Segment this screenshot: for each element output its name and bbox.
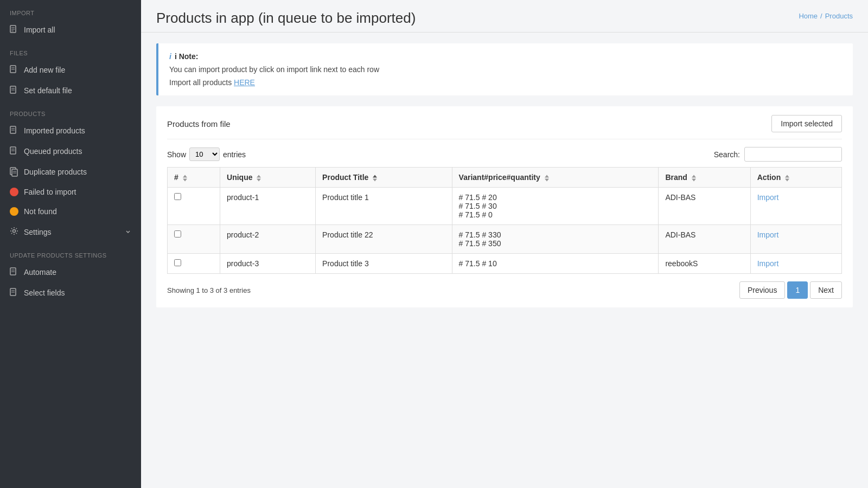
automate-label: Automate [24, 268, 131, 277]
import-section-label: Import [0, 0, 141, 20]
import-link[interactable]: Import [757, 193, 779, 202]
page-header: Products in app (in queue to be imported… [141, 0, 868, 33]
imported-products-icon [10, 126, 18, 136]
search-input[interactable] [744, 147, 842, 162]
table-footer: Showing 1 to 3 of 3 entries Previous 1 N… [167, 281, 842, 299]
sidebar-item-queued-products[interactable]: Queued products [0, 141, 141, 162]
svg-marker-33 [545, 175, 549, 177]
row-checkbox-cell [168, 225, 220, 254]
col-title-sort[interactable] [373, 175, 377, 182]
row-variant: # 71.5 # 330# 71.5 # 350 [452, 225, 659, 254]
settings-label: Settings [24, 228, 120, 236]
search-box: Search: [714, 147, 842, 162]
note-text: You can import product by click on impor… [169, 65, 842, 74]
row-unique: product-1 [220, 188, 316, 225]
sidebar-item-failed-to-import[interactable]: Failed to import [0, 182, 141, 202]
variant-line: # 71.5 # 30 [459, 202, 652, 210]
not-found-label: Not found [24, 207, 131, 216]
note-title: i i Note: [169, 52, 842, 61]
main-content-area: i i Note: You can import product by clic… [141, 33, 868, 488]
update-section-label: Update products settings [0, 242, 141, 262]
variant-line: # 71.5 # 0 [459, 210, 652, 219]
settings-chevron-icon [126, 228, 131, 236]
svg-marker-27 [183, 175, 187, 177]
entries-select[interactable]: 10 25 50 100 [189, 147, 220, 161]
main-content: Products in app (in queue to be imported… [141, 0, 868, 488]
previous-button[interactable]: Previous [739, 281, 785, 299]
svg-marker-38 [785, 178, 789, 181]
col-variant: Variant#price#quantity [452, 168, 659, 188]
variant-line: # 71.5 # 20 [459, 193, 652, 202]
import-link[interactable]: Import [757, 259, 779, 268]
sidebar-item-set-default-file[interactable]: Set default file [0, 80, 141, 101]
row-product-title: Product title 3 [316, 254, 452, 274]
search-label: Search: [714, 150, 740, 159]
sidebar-item-add-new-file[interactable]: Add new file [0, 60, 141, 80]
products-table: # Unique [167, 167, 842, 274]
row-brand: ADI-BAS [659, 225, 750, 254]
failed-circle-icon [10, 188, 18, 196]
svg-marker-29 [257, 175, 261, 177]
svg-marker-31 [373, 175, 377, 177]
sidebar-item-select-fields[interactable]: Select fields [0, 282, 141, 303]
svg-point-20 [13, 230, 16, 233]
products-section-label: Products [0, 101, 141, 120]
note-box: i i Note: You can import product by clic… [156, 43, 853, 95]
row-unique: product-2 [220, 225, 316, 254]
sidebar: Import Import all Files Add new file [0, 0, 141, 488]
queued-products-label: Queued products [24, 147, 131, 156]
showing-entries: Showing 1 to 3 of 3 entries [167, 286, 251, 294]
sidebar-item-duplicate-products[interactable]: Duplicate products [0, 162, 141, 182]
show-label: Show [167, 150, 186, 159]
products-section-header: Products from file Import selected [167, 115, 842, 139]
col-hash-sort[interactable] [183, 175, 187, 182]
row-action: Import [750, 254, 841, 274]
row-checkbox[interactable] [174, 230, 181, 237]
files-section-label: Files [0, 40, 141, 60]
row-unique: product-3 [220, 254, 316, 274]
breadcrumb-home[interactable]: Home [799, 12, 818, 20]
import-all-here-link[interactable]: HERE [234, 78, 255, 87]
col-action-sort[interactable] [785, 175, 789, 182]
variant-line: # 71.5 # 330 [459, 230, 652, 239]
import-all-label: Import all [24, 25, 131, 34]
info-icon: i [169, 52, 171, 61]
sidebar-item-not-found[interactable]: Not found [0, 202, 141, 221]
select-fields-label: Select fields [24, 288, 131, 297]
svg-marker-30 [257, 178, 261, 181]
row-action: Import [750, 188, 841, 225]
duplicate-products-label: Duplicate products [24, 168, 131, 176]
sidebar-item-automate[interactable]: Automate [0, 262, 141, 282]
select-fields-icon [10, 288, 18, 298]
imported-products-label: Imported products [24, 126, 131, 135]
page-title: Products in app (in queue to be imported… [156, 10, 416, 27]
import-link[interactable]: Import [757, 230, 779, 239]
col-variant-sort[interactable] [545, 175, 549, 182]
row-variant: # 71.5 # 20# 71.5 # 30# 71.5 # 0 [452, 188, 659, 225]
table-header: # Unique [168, 168, 842, 188]
col-brand-sort[interactable] [692, 175, 696, 182]
duplicate-products-icon [10, 167, 18, 177]
row-checkbox-cell [168, 254, 220, 274]
set-default-file-label: Set default file [24, 86, 131, 95]
col-hash: # [168, 168, 220, 188]
sidebar-item-imported-products[interactable]: Imported products [0, 120, 141, 141]
page-1-button[interactable]: 1 [787, 281, 808, 299]
queued-products-icon [10, 146, 18, 156]
next-button[interactable]: Next [810, 281, 842, 299]
failed-to-import-label: Failed to import [24, 188, 131, 196]
variant-line: # 71.5 # 350 [459, 239, 652, 248]
row-action: Import [750, 225, 841, 254]
row-checkbox[interactable] [174, 259, 181, 266]
add-new-file-label: Add new file [24, 66, 131, 74]
products-section: Products from file Import selected Show … [156, 106, 853, 307]
row-checkbox[interactable] [174, 193, 181, 200]
import-selected-button[interactable]: Import selected [771, 115, 842, 132]
row-variant: # 71.5 # 10 [452, 254, 659, 274]
col-unique-sort[interactable] [257, 175, 261, 182]
sidebar-item-import-all[interactable]: Import all [0, 20, 141, 40]
table-controls: Show 10 25 50 100 entries Search: [167, 147, 842, 162]
sidebar-item-settings[interactable]: Settings [0, 221, 141, 242]
set-default-file-icon [10, 86, 18, 95]
col-unique: Unique [220, 168, 316, 188]
